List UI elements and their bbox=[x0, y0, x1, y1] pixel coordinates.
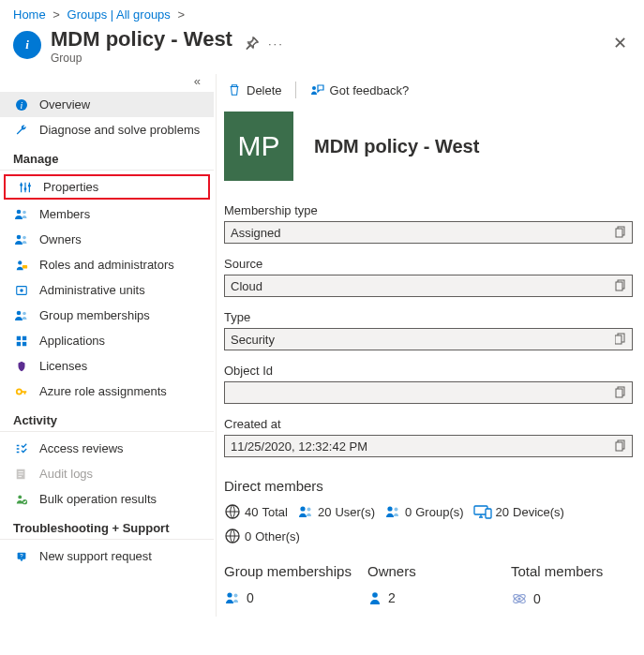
page-header: i MDM policy - West Group ··· ✕ bbox=[0, 23, 644, 74]
admin-units-icon bbox=[13, 284, 30, 297]
sidebar-item-audit-logs[interactable]: Audit logs bbox=[0, 461, 214, 486]
summary-row: Group memberships 0 Owners 2 Total membe… bbox=[224, 563, 633, 607]
svg-rect-31 bbox=[615, 335, 622, 344]
delete-button[interactable]: Delete bbox=[228, 83, 282, 97]
group-icon bbox=[384, 504, 401, 519]
stat-label: Device(s) bbox=[513, 505, 564, 519]
stat-label: User(s) bbox=[335, 505, 375, 519]
stat-number: 20 bbox=[318, 505, 331, 519]
svg-rect-42 bbox=[486, 509, 491, 518]
stat-number: 40 bbox=[245, 505, 258, 519]
svg-point-5 bbox=[17, 209, 22, 214]
owners-icon bbox=[13, 233, 30, 246]
stat-number: 20 bbox=[496, 505, 509, 519]
sidebar: « i Overview Diagnose and solve problems… bbox=[0, 74, 216, 617]
copy-icon[interactable] bbox=[615, 386, 626, 399]
field-value: 11/25/2020, 12:32:42 PM bbox=[231, 439, 615, 454]
sidebar-label: Bulk operation results bbox=[39, 492, 157, 506]
sliders-icon bbox=[17, 181, 34, 194]
field-object-id: Object Id bbox=[224, 364, 633, 404]
sidebar-label: Audit logs bbox=[39, 467, 93, 481]
sidebar-item-roles[interactable]: Roles and administrators bbox=[0, 252, 214, 277]
field-value-box: Assigned bbox=[224, 221, 633, 244]
sidebar-item-bulk-results[interactable]: Bulk operation results bbox=[0, 486, 214, 512]
logs-icon bbox=[13, 468, 30, 481]
sidebar-item-group-memberships[interactable]: Group memberships bbox=[0, 303, 214, 328]
svg-point-4 bbox=[28, 184, 31, 186]
stat-label: Group(s) bbox=[415, 505, 463, 519]
summary-value: 2 bbox=[388, 590, 396, 605]
sidebar-section-trouble: Troubleshooting + Support bbox=[0, 512, 214, 540]
svg-point-45 bbox=[234, 594, 238, 598]
divider bbox=[295, 82, 296, 98]
pin-icon[interactable] bbox=[246, 37, 259, 50]
svg-point-40 bbox=[395, 508, 398, 512]
summary-group-memberships: Group memberships 0 bbox=[224, 563, 367, 607]
svg-point-49 bbox=[517, 597, 520, 600]
copy-icon[interactable] bbox=[615, 439, 626, 453]
field-value: Assigned bbox=[231, 226, 615, 240]
stat-devices: 20 Device(s) bbox=[473, 504, 564, 519]
sidebar-item-licenses[interactable]: Licenses bbox=[0, 353, 214, 379]
breadcrumb-sep: > bbox=[52, 7, 60, 22]
field-value-box: 11/25/2020, 12:32:42 PM bbox=[224, 435, 633, 457]
sidebar-item-admin-units[interactable]: Administrative units bbox=[0, 277, 214, 303]
feedback-label: Got feedback? bbox=[330, 83, 410, 97]
copy-icon[interactable] bbox=[615, 333, 626, 346]
sidebar-label: Azure role assignments bbox=[39, 384, 167, 398]
sidebar-item-properties[interactable]: Properties bbox=[4, 174, 210, 200]
stat-label: Other(s) bbox=[255, 529, 300, 543]
copy-icon[interactable] bbox=[615, 226, 626, 239]
sidebar-item-members[interactable]: Members bbox=[0, 201, 214, 227]
field-value-box bbox=[224, 381, 633, 404]
field-label: Source bbox=[224, 257, 633, 271]
delete-label: Delete bbox=[247, 83, 282, 97]
summary-owners: Owners 2 bbox=[367, 563, 511, 607]
svg-rect-33 bbox=[616, 389, 622, 397]
sidebar-item-diagnose[interactable]: Diagnose and solve problems bbox=[0, 117, 214, 142]
field-label: Object Id bbox=[224, 364, 633, 378]
sidebar-item-azure-roles[interactable]: Azure role assignments bbox=[0, 379, 214, 404]
copy-icon[interactable] bbox=[615, 279, 626, 292]
stat-number: 0 bbox=[245, 529, 251, 543]
breadcrumb-groups[interactable]: Groups | All groups bbox=[67, 7, 171, 22]
globe-icon bbox=[224, 528, 241, 544]
svg-point-39 bbox=[387, 506, 392, 511]
feedback-button[interactable]: Got feedback? bbox=[309, 83, 410, 97]
stat-users: 20 User(s) bbox=[297, 504, 375, 519]
svg-point-12 bbox=[20, 289, 23, 292]
users-icon bbox=[13, 208, 30, 221]
sidebar-label: Applications bbox=[39, 334, 105, 348]
svg-point-44 bbox=[227, 592, 232, 597]
svg-point-19 bbox=[17, 389, 22, 394]
svg-text:?: ? bbox=[20, 551, 23, 558]
field-membership-type: Membership type Assigned bbox=[224, 203, 633, 244]
svg-point-14 bbox=[22, 311, 26, 315]
sidebar-item-overview[interactable]: i Overview bbox=[0, 92, 214, 117]
svg-rect-18 bbox=[22, 341, 26, 345]
more-icon[interactable]: ··· bbox=[268, 37, 284, 51]
direct-members-stats: 40 Total 20 User(s) 0 Group(s) 20 Device… bbox=[224, 503, 633, 544]
sidebar-item-support[interactable]: ? New support request bbox=[0, 543, 214, 569]
sidebar-label: Licenses bbox=[39, 359, 87, 373]
summary-value: 0 bbox=[247, 590, 254, 605]
wrench-icon bbox=[13, 124, 30, 137]
sidebar-section-activity: Activity bbox=[0, 404, 214, 432]
svg-point-25 bbox=[312, 86, 316, 90]
close-icon[interactable]: ✕ bbox=[613, 33, 627, 53]
svg-rect-27 bbox=[616, 229, 622, 237]
sidebar-item-applications[interactable]: Applications bbox=[0, 328, 214, 353]
svg-point-2 bbox=[20, 183, 22, 186]
sidebar-item-owners[interactable]: Owners bbox=[0, 227, 214, 252]
sidebar-label: Overview bbox=[39, 97, 90, 112]
sidebar-label: Administrative units bbox=[39, 283, 145, 297]
direct-members-title: Direct members bbox=[224, 478, 633, 494]
svg-point-21 bbox=[18, 495, 22, 499]
svg-point-46 bbox=[372, 592, 378, 598]
breadcrumb-home[interactable]: Home bbox=[13, 7, 46, 22]
sidebar-item-access-reviews[interactable]: Access reviews bbox=[0, 436, 214, 461]
collapse-sidebar[interactable]: « bbox=[0, 74, 214, 92]
sidebar-label: Diagnose and solve problems bbox=[39, 123, 200, 137]
checklist-icon bbox=[13, 442, 30, 455]
info-icon: i bbox=[13, 31, 41, 59]
